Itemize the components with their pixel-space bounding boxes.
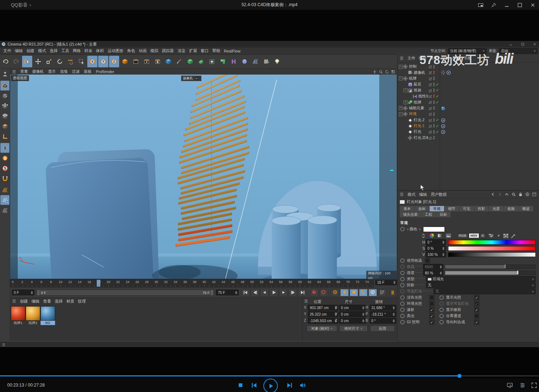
anim-dot-icon[interactable] <box>400 283 405 287</box>
object-row[interactable]: 延迟✓ <box>398 81 539 87</box>
viewport-3d-scene[interactable] <box>10 75 397 279</box>
snap-dynamic-icon[interactable]: S <box>0 163 9 173</box>
visibility-dots[interactable] <box>433 118 435 122</box>
object-row[interactable]: −简易✓ <box>398 88 539 93</box>
mode-K[interactable]: K <box>480 233 486 238</box>
menu-模式[interactable]: 模式 <box>36 48 48 54</box>
spinner-icon[interactable] <box>362 313 365 316</box>
viewport-menu-面板[interactable]: 面板 <box>82 69 93 74</box>
menu-运动图形[interactable]: 运动图形 <box>106 48 125 54</box>
material-menu-创建[interactable]: 创建 <box>18 299 30 304</box>
collapse-icon[interactable]: − <box>404 88 408 92</box>
coord-field-位置-Z[interactable]: -1045.503 cm <box>308 318 338 324</box>
lock-icon[interactable] <box>518 192 523 197</box>
coord-mode-select[interactable]: 对象 (相对)∨ <box>307 325 337 332</box>
menu-工具[interactable]: 工具 <box>59 48 71 54</box>
visibility-dots[interactable] <box>433 136 435 139</box>
render-picture-viewer-icon[interactable] <box>142 56 152 67</box>
checkbox[interactable]: ✓ <box>474 295 479 300</box>
coord-field-旋转-H[interactable]: 31.686 ° <box>369 305 396 311</box>
am-menu-用户数据[interactable]: 用户数据 <box>429 192 448 197</box>
visibility-dots[interactable] <box>433 124 435 127</box>
go-to-start-icon[interactable] <box>241 289 250 296</box>
anim-dot-icon[interactable] <box>439 308 444 312</box>
previous-frame-icon[interactable] <box>260 289 269 296</box>
visibility-dots[interactable] <box>433 106 435 110</box>
spinner-icon[interactable] <box>442 253 445 256</box>
coord-field-旋转-P[interactable]: -18.211 ° <box>369 311 396 317</box>
next-frame-icon[interactable] <box>279 289 288 296</box>
object-name[interactable]: 摄像机 <box>414 70 425 75</box>
menu-创建[interactable]: 创建 <box>25 48 36 54</box>
checkbox[interactable]: ✓ <box>429 320 434 325</box>
channel-field[interactable]: 0 ° <box>426 239 446 245</box>
viewport-menu-ProRender[interactable]: ProRender <box>93 69 116 74</box>
anim-dot-icon[interactable] <box>400 271 405 275</box>
search-icon[interactable] <box>511 192 516 197</box>
zoom-view-icon[interactable] <box>379 70 383 74</box>
menu-帮助[interactable]: 帮助 <box>210 48 222 54</box>
sliders-icon[interactable] <box>489 233 494 238</box>
om-menu-查看[interactable]: 查看 <box>428 56 439 61</box>
key-rotation-icon[interactable] <box>359 289 368 296</box>
material-name[interactable]: 纸牌1 <box>11 321 25 325</box>
object-row[interactable]: −纸牌 <box>398 76 539 81</box>
keyframe-selection-icon[interactable] <box>331 289 339 296</box>
end-frame-field[interactable]: 75 F <box>216 290 238 295</box>
object-name[interactable]: 环境 <box>409 111 417 117</box>
window-maximize-icon[interactable] <box>521 42 525 46</box>
checkbox[interactable] <box>429 301 434 306</box>
character-icon[interactable] <box>229 56 239 67</box>
coord-field-尺寸-Y[interactable]: 0 cm <box>339 311 366 317</box>
material-name[interactable]: 纸牌2 <box>26 321 40 325</box>
range-grip-right[interactable] <box>211 290 213 295</box>
light-icon[interactable] <box>272 56 282 67</box>
layer-toggle-icon[interactable] <box>428 94 433 99</box>
anim-dot-icon[interactable] <box>400 308 405 312</box>
lock-x-icon[interactable]: X <box>87 56 97 67</box>
crosshair-tag-icon[interactable] <box>441 70 446 75</box>
enabled-check-icon[interactable]: ✓ <box>436 118 439 122</box>
checkbox[interactable] <box>425 258 430 263</box>
swatches-icon[interactable] <box>503 233 509 239</box>
menu-跟踪器[interactable]: 跟踪器 <box>160 48 176 54</box>
material-preview[interactable] <box>11 306 25 321</box>
previous-icon[interactable] <box>250 378 258 392</box>
saturation-gradient-bar[interactable] <box>448 246 536 251</box>
color-wheel-icon[interactable] <box>429 233 434 238</box>
coord-menu-icon[interactable]: ☰ <box>302 299 310 304</box>
range-grip-left[interactable] <box>37 290 39 295</box>
menu-选择[interactable]: 选择 <box>48 48 59 54</box>
forward-icon[interactable] <box>498 192 502 197</box>
material-menu-纹理[interactable]: 纹理 <box>76 299 88 304</box>
key-position-icon[interactable] <box>340 289 349 296</box>
anim-dot-icon[interactable] <box>439 302 444 306</box>
tab-光度[interactable]: 光度 <box>489 206 504 212</box>
points-mode-icon[interactable] <box>0 101 9 111</box>
material-name[interactable]: BG <box>41 321 55 325</box>
quantize-icon[interactable]: >( ) <box>0 205 9 215</box>
anim-dot-icon[interactable] <box>400 302 405 306</box>
toggle-views-icon[interactable] <box>391 70 395 74</box>
psr-icon[interactable]: PSR <box>66 56 76 67</box>
menu-窗口[interactable]: 窗口 <box>199 48 210 54</box>
coord-mode-select[interactable]: 绝对尺寸∨ <box>339 325 368 332</box>
go-to-end-icon[interactable] <box>298 289 306 296</box>
coord-field-位置-Y[interactable]: 26.322 cm <box>308 311 338 317</box>
record-active-objects-icon[interactable] <box>310 289 319 296</box>
object-name[interactable]: 纸牌 <box>414 100 421 105</box>
snap-3d-icon[interactable]: S <box>0 153 9 163</box>
viewport-menu-过滤[interactable]: 过滤 <box>70 69 82 74</box>
slider-handle[interactable] <box>517 271 518 274</box>
layer-toggle-icon[interactable] <box>428 118 433 123</box>
subdivision-surface-icon[interactable] <box>185 56 195 67</box>
pan-view-icon[interactable] <box>373 70 377 74</box>
layer-toggle-icon[interactable] <box>428 100 433 105</box>
layer-toggle-icon[interactable] <box>428 136 433 140</box>
target-tag-icon[interactable] <box>441 118 446 123</box>
checkbox[interactable]: ✓ <box>474 320 479 325</box>
volume-icon[interactable] <box>298 378 307 392</box>
layer-toggle-icon[interactable] <box>428 83 433 87</box>
next-icon[interactable] <box>285 378 294 392</box>
visibility-dots[interactable] <box>433 101 435 104</box>
